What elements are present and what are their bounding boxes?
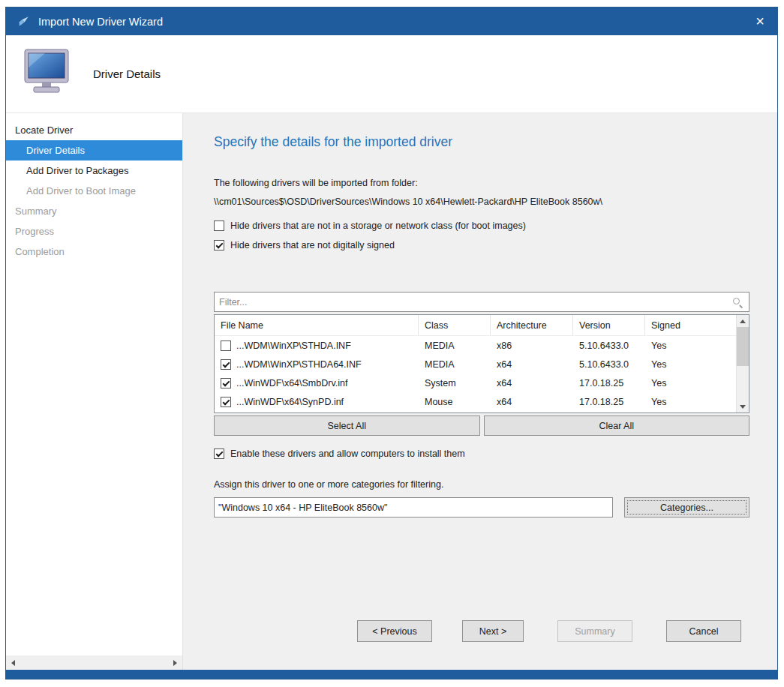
next-button[interactable]: Next > [462,620,524,642]
assign-categories-text: Assign this driver to one or more catego… [214,479,749,490]
cell-signed: Yes [645,359,736,370]
scrollbar-thumb[interactable] [737,327,749,366]
column-header-class[interactable]: Class [419,315,491,335]
table-row[interactable]: ...WDM\WinXP\STHDA64.INF MEDIA x64 5.10.… [215,355,736,374]
close-button[interactable]: × [743,8,777,35]
column-header-architecture[interactable]: Architecture [491,315,573,335]
column-header-signed[interactable]: Signed [645,315,736,335]
cancel-button[interactable]: Cancel [666,620,741,642]
computer-monitor-icon [20,48,77,100]
cell-file-name: ...WDM\WinXP\STHDA64.INF [236,359,362,370]
folder-intro-text: The following drivers will be imported f… [214,178,749,188]
bottom-accent-strip [6,670,777,679]
nav-item-add-driver-packages[interactable]: Add Driver to Packages [6,160,182,181]
hide-unsigned-label: Hide drivers that are not digitally sign… [230,240,395,250]
hide-unsigned-row: Hide drivers that are not digitally sign… [214,240,749,250]
page-title: Driver Details [93,68,161,80]
nav-item-add-driver-boot-image: Add Driver to Boot Image [6,181,182,201]
driver-table-grid: File Name Class Architecture Version Sig… [215,315,736,412]
titlebar: Import New Driver Wizard × [6,8,777,35]
cell-architecture: x64 [491,397,573,407]
content-heading: Specify the details for the imported dri… [214,134,749,150]
cell-signed: Yes [645,397,736,407]
cell-class: System [419,378,491,388]
scroll-left-icon[interactable] [11,660,15,666]
sidebar-horizontal-scrollbar[interactable] [6,656,182,670]
enable-drivers-checkbox[interactable] [214,448,224,459]
cell-signed: Yes [645,340,736,351]
hide-unsigned-checkbox[interactable] [214,240,224,250]
previous-button[interactable]: < Previous [357,620,432,642]
categories-button[interactable]: Categories... [624,497,749,518]
table-row[interactable]: ...WDM\WinXP\STHDA.INF MEDIA x86 5.10.64… [215,336,736,355]
table-row[interactable]: ...WinWDF\x64\SmbDrv.inf System x64 17.0… [215,374,736,392]
column-header-file-name[interactable]: File Name [215,315,419,335]
select-clear-row: Select All Clear All [214,416,749,436]
nav-item-locate-driver[interactable]: Locate Driver [6,120,182,140]
nav-item-summary: Summary [6,201,182,221]
category-row: Categories... [214,497,749,518]
cell-class: MEDIA [419,340,491,351]
wizard-nav-sidebar: Locate Driver Driver Details Add Driver … [6,113,183,670]
table-header-row: File Name Class Architecture Version Sig… [215,315,736,336]
scroll-right-icon[interactable] [173,660,177,666]
cell-file-name: ...WinWDF\x64\SynPD.inf [236,397,344,407]
filter-input[interactable] [219,297,732,308]
close-icon: × [755,13,764,30]
enable-drivers-row: Enable these drivers and allow computers… [214,448,749,459]
search-icon [732,297,743,308]
row-checkbox[interactable] [221,397,231,407]
wizard-header: Driver Details [6,35,777,113]
cell-architecture: x64 [491,378,573,388]
wizard-footer-buttons: < Previous Next > Summary Cancel [357,620,741,642]
hide-storage-label: Hide drivers that are not in a storage o… [230,220,526,231]
main-content: Specify the details for the imported dri… [183,113,777,670]
scroll-up-icon[interactable] [737,315,749,327]
select-all-button[interactable]: Select All [214,416,480,436]
driver-table: File Name Class Architecture Version Sig… [214,314,749,413]
cell-file-name: ...WinWDF\x64\SmbDrv.inf [236,378,347,388]
cell-class: Mouse [419,397,491,407]
category-input[interactable] [214,497,613,518]
table-vertical-scrollbar[interactable] [736,315,749,412]
scroll-down-icon[interactable] [737,400,749,412]
nav-item-completion: Completion [6,242,182,262]
cell-architecture: x64 [491,359,573,370]
filter-box [214,292,749,312]
row-checkbox[interactable] [221,359,231,370]
clear-all-button[interactable]: Clear All [484,416,750,436]
nav-item-driver-details[interactable]: Driver Details [6,140,182,160]
cell-architecture: x86 [491,340,573,351]
cell-version: 17.0.18.25 [573,378,645,388]
cell-version: 5.10.6433.0 [573,340,645,351]
import-driver-wizard-dialog: Import New Driver Wizard × Driver D [5,7,778,680]
import-driver-app-icon [17,15,30,28]
hide-storage-row: Hide drivers that are not in a storage o… [214,220,749,231]
wizard-body: Locate Driver Driver Details Add Driver … [6,113,777,670]
hide-storage-checkbox[interactable] [214,220,224,231]
folder-path-text: \\cm01\Sources$\OSD\DriverSources\Window… [214,196,749,207]
cell-file-name: ...WDM\WinXP\STHDA.INF [236,340,351,351]
enable-drivers-label: Enable these drivers and allow computers… [230,448,465,459]
nav-item-progress: Progress [6,221,182,242]
window-title: Import New Driver Wizard [38,16,743,28]
cell-class: MEDIA [419,359,491,370]
cell-version: 5.10.6433.0 [573,359,645,370]
row-checkbox[interactable] [221,340,231,351]
table-row[interactable]: ...WinWDF\x64\SynPD.inf Mouse x64 17.0.1… [215,392,736,411]
summary-button: Summary [557,620,632,642]
row-checkbox[interactable] [221,378,231,388]
cell-signed: Yes [645,378,736,388]
cell-version: 17.0.18.25 [573,397,645,407]
column-header-version[interactable]: Version [573,315,645,335]
